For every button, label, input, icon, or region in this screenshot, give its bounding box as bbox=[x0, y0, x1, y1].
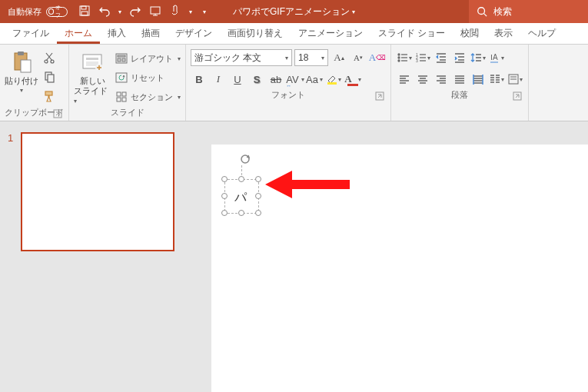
textbox-content[interactable]: パ bbox=[234, 190, 247, 206]
svg-point-29 bbox=[398, 54, 400, 55]
strikethrough-button[interactable]: ab bbox=[267, 71, 284, 88]
decrease-font-icon[interactable]: A▾ bbox=[350, 49, 367, 66]
canvas-area: パ bbox=[194, 121, 588, 392]
quick-access-toolbar: ▾ ▾ ▾ bbox=[78, 5, 206, 19]
svg-point-9 bbox=[51, 60, 54, 63]
svg-rect-22 bbox=[116, 73, 127, 82]
tab-draw[interactable]: 描画 bbox=[134, 22, 168, 44]
svg-rect-6 bbox=[18, 51, 24, 55]
svg-rect-19 bbox=[118, 55, 125, 57]
undo-dropdown[interactable]: ▾ bbox=[118, 8, 121, 15]
bullets-button[interactable]: ▾ bbox=[396, 49, 413, 66]
justify-button[interactable] bbox=[451, 71, 468, 88]
svg-point-38 bbox=[241, 155, 249, 163]
document-title[interactable]: パワポでGIFアニメーション ▾ bbox=[233, 5, 355, 18]
svg-text:3: 3 bbox=[416, 58, 418, 63]
svg-rect-26 bbox=[122, 98, 126, 101]
svg-rect-27 bbox=[327, 82, 337, 85]
copy-icon[interactable] bbox=[43, 71, 55, 85]
group-label-font: フォント bbox=[191, 88, 386, 103]
align-text-button[interactable]: ▾ bbox=[507, 71, 523, 88]
group-label-slides: スライド bbox=[74, 105, 181, 121]
distribute-button[interactable] bbox=[470, 71, 487, 88]
redo-icon[interactable] bbox=[129, 5, 141, 19]
align-left-button[interactable] bbox=[396, 71, 413, 88]
toggle-switch[interactable]: オフ bbox=[46, 7, 68, 17]
svg-rect-21 bbox=[122, 58, 125, 61]
search-icon bbox=[477, 6, 487, 17]
undo-icon[interactable] bbox=[98, 5, 111, 19]
italic-button[interactable]: I bbox=[210, 71, 227, 88]
font-size-combo[interactable]: 18▾ bbox=[294, 49, 328, 66]
svg-rect-7 bbox=[21, 60, 31, 72]
tab-transitions[interactable]: 画面切り替え bbox=[220, 22, 291, 44]
group-font: 游ゴシック 本文▾ 18▾ A▴ A▾ A⌫ B I U S ab AV↔▾ A… bbox=[186, 45, 391, 121]
qat-customize[interactable]: ▾ bbox=[203, 8, 206, 15]
section-button[interactable]: セクション▾ bbox=[115, 88, 181, 105]
save-icon[interactable] bbox=[78, 5, 91, 19]
svg-text:ⅠA: ⅠA bbox=[490, 53, 498, 61]
tab-insert[interactable]: 挿入 bbox=[100, 22, 134, 44]
clear-format-icon[interactable]: A⌫ bbox=[369, 49, 386, 66]
autosave-toggle[interactable]: 自動保存 オフ bbox=[8, 6, 68, 18]
launcher-icon[interactable] bbox=[375, 91, 384, 101]
search-box[interactable]: 検索 bbox=[469, 0, 588, 23]
slide-number: 1 bbox=[8, 132, 13, 251]
svg-rect-24 bbox=[122, 92, 126, 96]
textbox-selection[interactable]: パ bbox=[224, 179, 260, 214]
tab-slideshow[interactable]: スライド ショー bbox=[370, 22, 453, 44]
decrease-indent-button[interactable] bbox=[433, 49, 450, 66]
reset-button[interactable]: リセット bbox=[115, 69, 181, 86]
shadow-button[interactable]: S bbox=[248, 71, 265, 88]
slideshow-icon[interactable] bbox=[149, 5, 161, 19]
cut-icon[interactable] bbox=[43, 51, 55, 66]
group-label-paragraph: 段落 bbox=[396, 88, 523, 103]
change-case-button[interactable]: Aa▾ bbox=[306, 71, 323, 88]
underline-button[interactable]: U bbox=[229, 71, 246, 88]
svg-rect-1 bbox=[81, 6, 86, 9]
highlight-button[interactable]: ▾ bbox=[325, 71, 342, 88]
layout-button[interactable]: レイアウト▾ bbox=[115, 50, 181, 67]
workspace: 1 パ bbox=[0, 121, 588, 392]
svg-point-30 bbox=[398, 57, 400, 58]
columns-button[interactable]: ▾ bbox=[488, 71, 505, 88]
launcher-icon[interactable] bbox=[53, 109, 62, 118]
line-spacing-button[interactable]: ▾ bbox=[470, 49, 487, 66]
paste-button[interactable]: 貼り付け▾ bbox=[5, 47, 38, 94]
svg-point-8 bbox=[45, 60, 48, 63]
ribbon: 貼り付け▾ クリップボード 新しいスライド ▾ レイアウト▾ リセット セクショ… bbox=[0, 45, 588, 121]
tab-animations[interactable]: アニメーション bbox=[291, 22, 370, 44]
bold-button[interactable]: B bbox=[191, 71, 208, 88]
search-placeholder: 検索 bbox=[493, 5, 512, 18]
font-color-button[interactable]: A▾ bbox=[344, 71, 361, 88]
format-painter-icon[interactable] bbox=[43, 90, 55, 105]
group-clipboard: 貼り付け▾ クリップボード bbox=[0, 45, 69, 121]
ribbon-tabs: ファイル ホーム 挿入 描画 デザイン 画面切り替え アニメーション スライド … bbox=[0, 23, 588, 45]
touch-dropdown[interactable]: ▾ bbox=[189, 8, 192, 15]
tab-help[interactable]: ヘルプ bbox=[520, 22, 563, 44]
font-name-combo[interactable]: 游ゴシック 本文▾ bbox=[191, 49, 292, 66]
touch-mode-icon[interactable] bbox=[169, 5, 181, 19]
tab-view[interactable]: 表示 bbox=[487, 22, 520, 44]
svg-rect-11 bbox=[48, 75, 54, 82]
text-direction-button[interactable]: ⅠA▾ bbox=[488, 49, 505, 66]
annotation-arrow bbox=[265, 169, 350, 200]
numbering-button[interactable]: 123▾ bbox=[414, 49, 431, 66]
new-slide-button[interactable]: 新しいスライド ▾ bbox=[74, 47, 111, 105]
tab-review[interactable]: 校閲 bbox=[453, 22, 487, 44]
group-label-clipboard: クリップボード bbox=[5, 105, 64, 121]
title-bar: 自動保存 オフ ▾ ▾ ▾ パワポでGIFアニメーション ▾ 検索 bbox=[0, 0, 588, 23]
slide-thumbnail-1[interactable] bbox=[21, 132, 174, 251]
char-spacing-button[interactable]: AV↔▾ bbox=[287, 71, 304, 88]
increase-indent-button[interactable] bbox=[451, 49, 468, 66]
increase-font-icon[interactable]: A▴ bbox=[331, 49, 347, 66]
align-right-button[interactable] bbox=[433, 71, 450, 88]
launcher-icon[interactable] bbox=[513, 91, 522, 101]
tab-design[interactable]: デザイン bbox=[168, 22, 220, 44]
group-paragraph: ▾ 123▾ ▾ ⅠA▾ ▾ ▾ 段落 bbox=[391, 45, 529, 121]
tab-file[interactable]: ファイル bbox=[5, 22, 57, 44]
svg-rect-12 bbox=[45, 91, 52, 95]
tab-home[interactable]: ホーム bbox=[57, 22, 100, 44]
align-center-button[interactable] bbox=[414, 71, 431, 88]
autosave-label: 自動保存 bbox=[8, 6, 42, 18]
